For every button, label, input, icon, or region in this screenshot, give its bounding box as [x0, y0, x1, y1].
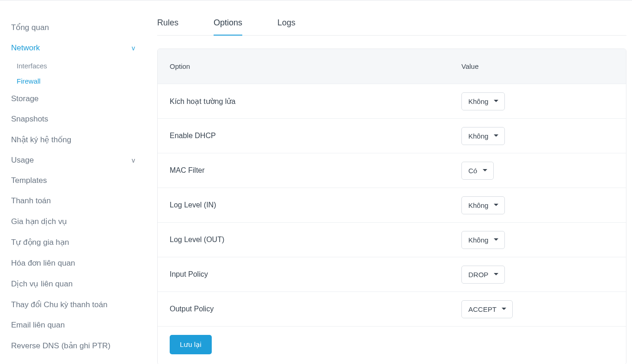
sidebar-subitem-1-1[interactable]: Firewall: [11, 73, 157, 89]
option-select[interactable]: Có: [461, 162, 494, 180]
table-row: Kích hoạt tường lửaKhông: [158, 84, 626, 119]
option-label: Input Policy: [170, 270, 461, 279]
actions-bar: Lưu lại: [158, 327, 626, 364]
sidebar-item-0[interactable]: Tổng quan: [11, 17, 157, 38]
table-row: Enable DHCPKhông: [158, 119, 626, 153]
chevron-down-icon: v: [132, 157, 135, 164]
sidebar-item-3[interactable]: Snapshots: [11, 109, 157, 129]
sidebar-item-5[interactable]: Usagev: [11, 150, 157, 170]
option-label: Log Level (IN): [170, 201, 461, 209]
sidebar-item-6[interactable]: Templates: [11, 170, 157, 191]
option-select[interactable]: Không: [461, 196, 505, 214]
sidebar-item-13[interactable]: Email liên quan: [11, 315, 157, 335]
sidebar-item-11[interactable]: Dịch vụ liên quan: [11, 273, 157, 294]
sidebar-item-7[interactable]: Thanh toán: [11, 191, 157, 211]
sidebar-item-label: Thay đổi Chu kỳ thanh toán: [11, 300, 107, 309]
sidebar-item-label: Snapshots: [11, 115, 48, 124]
option-label: MAC Filter: [170, 166, 461, 175]
sidebar-item-14[interactable]: Reverse DNS (bản ghi PTR): [11, 335, 157, 356]
sidebar-item-label: Nhật ký hệ thống: [11, 135, 71, 145]
header-value: Value: [461, 62, 614, 70]
option-label: Kích hoạt tường lửa: [170, 97, 461, 106]
option-value-cell: Không: [461, 127, 614, 145]
option-label: Log Level (OUT): [170, 236, 461, 244]
table-row: Log Level (OUT)Không: [158, 223, 626, 257]
sidebar-item-12[interactable]: Thay đổi Chu kỳ thanh toán: [11, 294, 157, 315]
tab-options[interactable]: Options: [214, 13, 242, 35]
option-select[interactable]: DROP: [461, 266, 505, 284]
sidebar-subitem-1-0[interactable]: Interfaces: [11, 58, 157, 73]
main-content: RulesOptionsLogs Option Value Kích hoạt …: [157, 0, 632, 364]
options-panel: Option Value Kích hoạt tường lửaKhôngEna…: [157, 49, 626, 364]
option-value-cell: Không: [461, 231, 614, 249]
tabs: RulesOptionsLogs: [157, 13, 626, 36]
sidebar: Tổng quanNetworkvInterfacesFirewallStora…: [0, 0, 157, 364]
table-header-row: Option Value: [158, 49, 626, 84]
option-value-cell: DROP: [461, 266, 614, 284]
sidebar-item-label: Reverse DNS (bản ghi PTR): [11, 341, 110, 351]
table-row: Log Level (IN)Không: [158, 188, 626, 223]
table-row: Input PolicyDROP: [158, 257, 626, 292]
option-label: Enable DHCP: [170, 132, 461, 140]
option-value-cell: Có: [461, 162, 614, 180]
sidebar-item-label: Tổng quan: [11, 23, 49, 32]
sidebar-item-label: Dịch vụ liên quan: [11, 279, 73, 289]
header-option: Option: [170, 62, 461, 70]
option-value-cell: Không: [461, 196, 614, 214]
sidebar-item-label: Tự động gia hạn: [11, 237, 69, 247]
chevron-down-icon: v: [132, 44, 135, 52]
sidebar-item-label: Hóa đơn liên quan: [11, 258, 75, 268]
tab-rules[interactable]: Rules: [157, 13, 178, 35]
sidebar-item-label: Network: [11, 43, 40, 53]
sidebar-item-4[interactable]: Nhật ký hệ thống: [11, 129, 157, 150]
option-value-cell: ACCEPT: [461, 300, 614, 318]
sidebar-item-label: Templates: [11, 176, 47, 185]
option-select[interactable]: Không: [461, 231, 505, 249]
sidebar-item-1[interactable]: Networkv: [11, 38, 157, 58]
option-select[interactable]: Không: [461, 92, 505, 110]
option-select[interactable]: ACCEPT: [461, 300, 513, 318]
sidebar-item-label: Storage: [11, 94, 39, 103]
sidebar-item-9[interactable]: Tự động gia hạn: [11, 232, 157, 253]
sidebar-item-8[interactable]: Gia hạn dịch vụ: [11, 211, 157, 232]
save-button[interactable]: Lưu lại: [170, 335, 212, 354]
sidebar-item-2[interactable]: Storage: [11, 89, 157, 109]
tab-logs[interactable]: Logs: [277, 13, 295, 35]
option-label: Output Policy: [170, 305, 461, 313]
sidebar-item-label: Gia hạn dịch vụ: [11, 217, 67, 226]
option-select[interactable]: Không: [461, 127, 505, 145]
sidebar-item-label: Usage: [11, 156, 34, 165]
table-row: MAC FilterCó: [158, 153, 626, 188]
sidebar-item-label: Email liên quan: [11, 321, 65, 330]
option-value-cell: Không: [461, 92, 614, 110]
sidebar-item-label: Thanh toán: [11, 196, 51, 206]
sidebar-item-10[interactable]: Hóa đơn liên quan: [11, 253, 157, 273]
table-row: Output PolicyACCEPT: [158, 292, 626, 327]
